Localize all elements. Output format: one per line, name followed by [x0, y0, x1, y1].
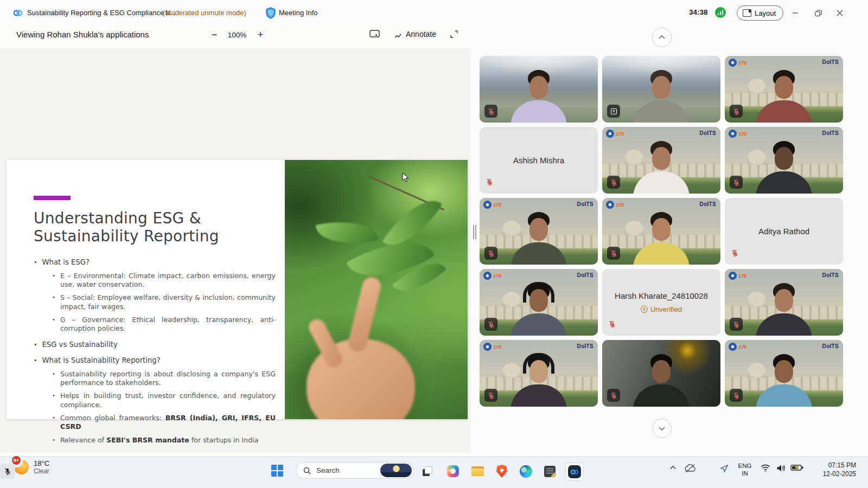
presentation-slide: Understanding ESG & Sustainability Repor…: [7, 160, 468, 419]
iit-roorkee-logo: 175: [729, 59, 746, 67]
webex-icon: [568, 465, 581, 478]
participant-tile[interactable]: 175DoITS: [725, 56, 843, 123]
bullet-level2: •Sustainability reporting is about discl…: [52, 370, 276, 388]
panel-resize-handle[interactable]: [472, 224, 477, 240]
leaf-photo: [285, 160, 468, 419]
weather-temp: 18°C: [34, 459, 49, 467]
bullet-level2: •S – Social: Employee welfare, diversity…: [52, 293, 276, 311]
search-box[interactable]: Search: [296, 462, 414, 479]
participant-tile[interactable]: 175DoITS: [602, 198, 720, 265]
zoom-out-button[interactable]: −: [209, 29, 220, 41]
pen-icon: [394, 30, 402, 38]
task-view-button[interactable]: [420, 464, 435, 478]
zoom-level-value: 100%: [225, 31, 249, 39]
onedrive-paused-icon[interactable]: [682, 464, 698, 473]
participant-tile[interactable]: Aditya Rathod: [725, 198, 843, 265]
participant-tile[interactable]: [602, 56, 720, 123]
participant-tile[interactable]: 175DoITS: [480, 340, 598, 407]
mic-muted-icon: [730, 389, 743, 402]
iit-roorkee-logo: 175: [483, 343, 501, 351]
bullet-level2: •Helps in building trust, investor confi…: [52, 391, 276, 409]
doits-watermark: DoITS: [700, 130, 716, 136]
chevron-down-icon: [658, 424, 666, 433]
close-button[interactable]: [834, 8, 845, 18]
meeting-info-shield-icon: [265, 7, 276, 19]
search-highlight-image: [380, 464, 412, 477]
unverified-badge: ?Unverified: [641, 305, 682, 313]
sharing-indicator-icon: [607, 105, 620, 118]
wifi-icon[interactable]: [758, 464, 773, 472]
slide-bullet-list: •What is ESG?•E – Environmental: Climate…: [34, 251, 276, 445]
iit-roorkee-logo: 175: [606, 201, 624, 209]
doits-watermark: DoITS: [700, 201, 716, 207]
participant-tile[interactable]: 175DoITS: [725, 340, 843, 407]
bullet-level1: •What is ESG?: [34, 258, 276, 267]
layout-button[interactable]: Layout: [737, 5, 783, 21]
connection-quality-icon[interactable]: [715, 7, 726, 18]
collapse-panel-button[interactable]: [652, 28, 672, 47]
mic-muted-icon: [486, 178, 496, 189]
file-explorer-button[interactable]: [470, 464, 484, 478]
restore-window-button[interactable]: [813, 8, 824, 18]
bullet-level2: •E – Environmental: Climate impact, carb…: [52, 272, 276, 290]
search-placeholder: Search: [316, 466, 375, 474]
tray-time: 07:15 PM: [813, 461, 856, 470]
tray-chevron-up[interactable]: [666, 464, 679, 471]
doits-watermark: DoITS: [822, 343, 839, 349]
participant-tile[interactable]: 175DoITS: [725, 269, 843, 336]
tray-mic-muted-icon[interactable]: [0, 464, 15, 479]
weather-condition: Clear: [34, 467, 49, 475]
weather-widget[interactable]: 9+ 18°C Clear: [14, 459, 49, 475]
participant-name: Harsh Kharate_24810028: [615, 291, 708, 300]
doits-watermark: DoITS: [822, 59, 839, 65]
mic-muted-icon: [731, 249, 742, 260]
mic-muted-icon: [730, 176, 743, 189]
participant-tile[interactable]: 175DoITS: [480, 269, 598, 336]
iit-roorkee-logo: 175: [729, 343, 746, 351]
chevron-up-icon: [658, 33, 666, 42]
fullscreen-expand-icon[interactable]: [450, 30, 458, 38]
layout-button-label: Layout: [755, 9, 776, 17]
participant-tile[interactable]: [602, 340, 720, 407]
participant-tile[interactable]: 175DoITS: [480, 198, 598, 265]
start-button[interactable]: [271, 465, 283, 477]
participant-tile[interactable]: 175DoITS: [602, 127, 720, 194]
clear-night-icon: 9+: [14, 460, 29, 474]
slide-accent-bar: [34, 196, 71, 200]
shared-screen-icon[interactable]: [369, 30, 380, 39]
webex-logo-icon: [13, 8, 23, 18]
battery-charging-icon[interactable]: [789, 464, 805, 471]
minimize-button[interactable]: [790, 8, 801, 18]
notepad-button[interactable]: [542, 464, 557, 478]
shared-content-area: Understanding ESG & Sustainability Repor…: [0, 49, 471, 453]
participant-tile[interactable]: [480, 56, 598, 123]
scroll-more-participants-button[interactable]: [652, 419, 672, 438]
moderated-unmute-note: (Moderated unmute mode): [163, 9, 246, 17]
meeting-title: Sustainability Reporting & ESG Complianc…: [27, 9, 176, 17]
mic-muted-icon: [484, 247, 497, 260]
zoom-in-button[interactable]: +: [255, 29, 266, 41]
bullet-level2: •Common global frameworks: BRSR (India),…: [52, 414, 276, 432]
annotate-button[interactable]: Annotate: [394, 30, 436, 38]
participant-tile[interactable]: 175DoITS: [725, 127, 843, 194]
meeting-timer: 34:38: [689, 8, 708, 16]
webex-app-button-active[interactable]: [565, 463, 584, 481]
volume-icon[interactable]: [774, 464, 788, 472]
iit-roorkee-logo: 175: [483, 201, 501, 209]
location-active-icon[interactable]: [717, 464, 731, 473]
participant-tile[interactable]: Ashish Mishra: [480, 127, 598, 194]
mic-muted-icon: [730, 318, 743, 331]
meeting-info-button[interactable]: Meeting Info: [279, 9, 318, 17]
language-indicator[interactable]: ENGIN: [736, 462, 754, 478]
doits-watermark: DoITS: [577, 201, 593, 207]
iit-roorkee-logo: 175: [729, 272, 746, 280]
mic-muted-icon: [484, 105, 497, 118]
copilot-button[interactable]: [446, 464, 460, 478]
iit-roorkee-logo: 175: [606, 130, 624, 138]
participant-tile[interactable]: Harsh Kharate_24810028?Unverified: [602, 269, 720, 336]
edge-browser-button[interactable]: [519, 464, 533, 478]
mic-muted-icon: [484, 389, 497, 402]
bullet-level1: •What is Sustainability Reporting?: [34, 356, 276, 365]
clock-date[interactable]: 07:15 PM 12-02-2025: [813, 461, 856, 478]
brave-browser-button[interactable]: [495, 464, 509, 478]
